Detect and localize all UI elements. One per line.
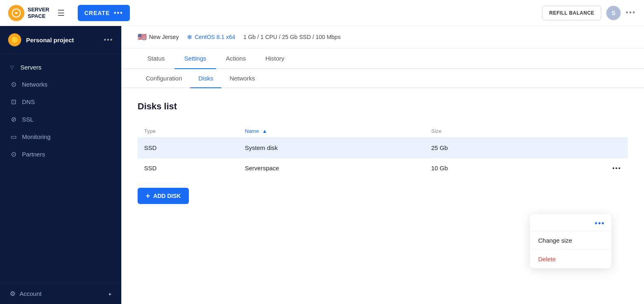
change-size-item[interactable]: Change size bbox=[530, 231, 611, 250]
sidebar-account[interactable]: ⚙ Account ▸ bbox=[0, 283, 121, 304]
sidebar-item-servers[interactable]: ▽ Servers bbox=[0, 59, 121, 76]
ssl-icon: ⊘ bbox=[10, 115, 17, 123]
tab-settings[interactable]: Settings bbox=[175, 48, 216, 69]
disk-row-menu[interactable]: ••• bbox=[541, 158, 628, 178]
partners-icon: ⊙ bbox=[10, 150, 17, 158]
dropdown-dots[interactable]: ••• bbox=[595, 219, 605, 228]
dropdown-header: ••• bbox=[530, 214, 611, 231]
disk-name: Serverspace bbox=[239, 158, 425, 178]
project-menu-button[interactable]: ••• bbox=[104, 36, 113, 43]
account-chevron-icon: ▸ bbox=[109, 291, 112, 297]
create-button[interactable]: CREATE ••• bbox=[78, 5, 129, 21]
sidebar-item-label: SSL bbox=[22, 116, 33, 123]
table-row: SSD Serverspace 10 Gb ••• bbox=[138, 158, 628, 178]
tab-history[interactable]: History bbox=[256, 48, 294, 69]
col-type: Type bbox=[138, 125, 239, 138]
add-disk-label: ADD DISK bbox=[153, 193, 181, 199]
subtab-disks[interactable]: Disks bbox=[190, 69, 221, 88]
logo-text-line1: SERVER bbox=[28, 7, 49, 13]
topbar-right: REFILL BALANCE S ••• bbox=[542, 6, 636, 20]
disk-type: SSD bbox=[138, 138, 239, 158]
topbar: SERVER SPACE ☰ CREATE ••• REFILL BALANCE… bbox=[0, 0, 644, 26]
table-row: SSD System disk 25 Gb bbox=[138, 138, 628, 158]
disks-table: Type Name ▲ Size SSD System disk 25 Gb bbox=[138, 125, 628, 178]
project-name: Personal project bbox=[26, 37, 99, 43]
topbar-more-button[interactable]: ••• bbox=[626, 9, 636, 17]
subtab-networks[interactable]: Networks bbox=[221, 69, 263, 88]
sidebar-item-monitoring[interactable]: ▭ Monitoring bbox=[0, 128, 121, 145]
disk-size: 25 Gb bbox=[425, 138, 541, 158]
logo-icon bbox=[8, 5, 24, 21]
main-tabs: Status Settings Actions History bbox=[121, 48, 644, 69]
logo[interactable]: SERVER SPACE bbox=[8, 5, 49, 21]
sidebar-item-dns[interactable]: ⊡ DNS bbox=[0, 93, 121, 111]
sort-icon[interactable]: ▲ bbox=[262, 128, 267, 134]
sidebar-item-partners[interactable]: ⊙ Partners bbox=[0, 145, 121, 163]
hamburger-icon[interactable]: ☰ bbox=[57, 8, 65, 18]
sidebar-item-ssl[interactable]: ⊘ SSL bbox=[0, 111, 121, 128]
sub-tabs: Configuration Disks Networks bbox=[121, 69, 644, 88]
avatar[interactable]: S bbox=[606, 6, 621, 20]
content-area: 🇺🇸 New Jersey ❄ CentOS 8.1 x64 1 Gb / 1 … bbox=[121, 26, 644, 304]
server-location: 🇺🇸 New Jersey bbox=[138, 33, 179, 41]
account-icon: ⚙ bbox=[10, 290, 15, 297]
servers-chevron-icon: ▽ bbox=[8, 65, 15, 70]
sidebar: 🟡 Personal project ••• ▽ Servers ⊙ Netwo… bbox=[0, 26, 121, 304]
logo-text-line2: SPACE bbox=[28, 13, 49, 20]
server-os: ❄ CentOS 8.1 x64 bbox=[187, 33, 235, 41]
account-label: Account bbox=[20, 290, 42, 297]
plus-icon: + bbox=[146, 192, 150, 200]
server-info-bar: 🇺🇸 New Jersey ❄ CentOS 8.1 x64 1 Gb / 1 … bbox=[121, 26, 644, 48]
disk-type: SSD bbox=[138, 158, 239, 178]
sidebar-item-label: DNS bbox=[22, 98, 35, 105]
tab-actions[interactable]: Actions bbox=[216, 48, 256, 69]
disk-name: System disk bbox=[239, 138, 425, 158]
sidebar-nav: ▽ Servers ⊙ Networks ⊡ DNS ⊘ SSL ▭ Monit… bbox=[0, 54, 121, 283]
monitoring-icon: ▭ bbox=[10, 133, 17, 141]
sidebar-item-networks[interactable]: ⊙ Networks bbox=[0, 76, 121, 93]
add-disk-button[interactable]: + ADD DISK bbox=[138, 188, 189, 204]
location-name: New Jersey bbox=[149, 34, 179, 40]
main-layout: 🟡 Personal project ••• ▽ Servers ⊙ Netwo… bbox=[0, 26, 644, 304]
delete-item[interactable]: Delete bbox=[530, 250, 611, 268]
content-body: Disks list Type Name ▲ Size S bbox=[121, 88, 644, 304]
sidebar-item-label: Partners bbox=[22, 151, 45, 158]
col-name: Name ▲ bbox=[239, 125, 425, 138]
create-dots: ••• bbox=[114, 9, 123, 17]
col-actions-header bbox=[541, 125, 628, 138]
server-specs: 1 Gb / 1 CPU / 25 Gb SSD / 100 Mbps bbox=[243, 34, 341, 40]
dns-icon: ⊡ bbox=[10, 98, 17, 106]
location-flag-icon: 🇺🇸 bbox=[138, 33, 147, 41]
page-title: Disks list bbox=[138, 101, 628, 112]
project-icon: 🟡 bbox=[8, 33, 21, 46]
sidebar-item-label: Monitoring bbox=[22, 133, 50, 140]
sidebar-item-label: Servers bbox=[20, 64, 42, 71]
sidebar-item-label: Networks bbox=[22, 81, 48, 88]
context-menu: ••• Change size Delete bbox=[530, 214, 611, 268]
os-icon: ❄ bbox=[187, 33, 192, 41]
col-size: Size bbox=[425, 125, 541, 138]
tab-status[interactable]: Status bbox=[138, 48, 175, 69]
disk-size: 10 Gb bbox=[425, 158, 541, 178]
refill-balance-button[interactable]: REFILL BALANCE bbox=[542, 6, 601, 20]
disk-actions bbox=[541, 138, 628, 158]
subtab-configuration[interactable]: Configuration bbox=[138, 69, 190, 88]
os-name: CentOS 8.1 x64 bbox=[195, 34, 235, 40]
project-header: 🟡 Personal project ••• bbox=[0, 26, 121, 54]
networks-icon: ⊙ bbox=[10, 80, 17, 88]
